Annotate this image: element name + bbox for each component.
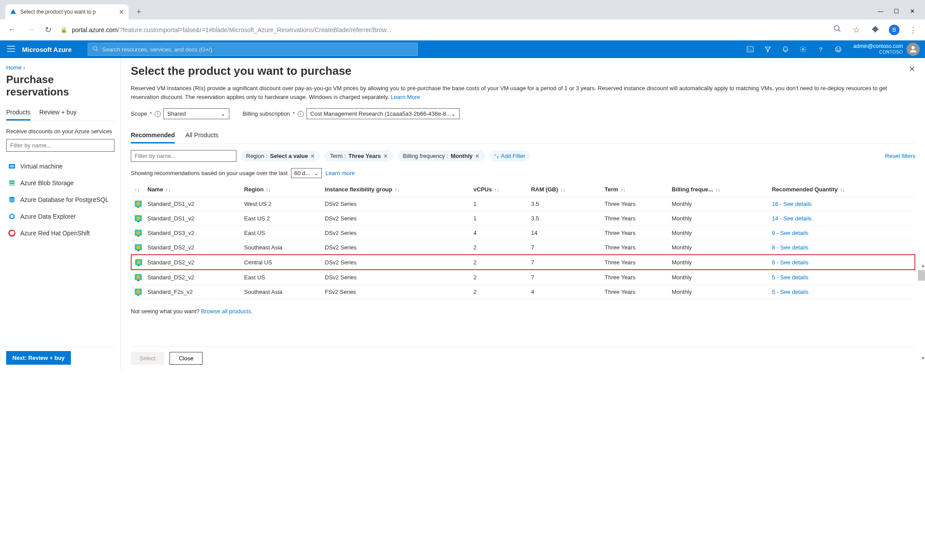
profile-button[interactable]: B bbox=[889, 25, 899, 35]
tab-products[interactable]: Products bbox=[6, 105, 30, 121]
scope-dropdown[interactable]: Shared⌄ bbox=[163, 108, 229, 119]
breadcrumb[interactable]: Home› bbox=[6, 64, 114, 71]
directory-filter-icon[interactable] bbox=[759, 40, 777, 58]
url-bar[interactable]: 🔒 portal.azure.com/?feature.customportal… bbox=[60, 26, 825, 33]
sort-icon[interactable]: ↑↓ bbox=[135, 187, 140, 192]
see-details-link[interactable]: 5 - See details bbox=[772, 289, 808, 295]
see-details-link[interactable]: 6 - See details bbox=[772, 259, 808, 266]
user-menu[interactable]: admin@contoso.com CONTOSO bbox=[847, 43, 923, 56]
page-title: Purchase reservations bbox=[6, 73, 114, 98]
window-minimize-icon[interactable]: — bbox=[877, 8, 884, 14]
cell-ram: 7 bbox=[528, 240, 602, 255]
col-region[interactable]: Region ↑↓ bbox=[242, 183, 322, 197]
learn-more-link[interactable]: Learn More bbox=[391, 94, 420, 100]
window-close-icon[interactable]: ✕ bbox=[909, 8, 915, 14]
help-icon[interactable]: ? bbox=[812, 40, 829, 58]
vm-icon bbox=[134, 243, 142, 251]
sort-icon: ↑↓ bbox=[621, 187, 626, 192]
hamburger-icon[interactable] bbox=[7, 46, 15, 53]
col-ram[interactable]: RAM (GB) ↑↓ bbox=[528, 183, 602, 197]
table-row[interactable]: Standard_DS2_v2 East US DSv2 Series 2 7 … bbox=[131, 270, 915, 285]
menu-icon[interactable]: ⋮ bbox=[907, 23, 919, 37]
col-flex[interactable]: Instance flexibility group ↑↓ bbox=[322, 183, 471, 197]
filter-by-name-input[interactable] bbox=[6, 139, 114, 152]
nav-reload-icon[interactable]: ↻ bbox=[43, 23, 53, 37]
window-maximize-icon[interactable]: ☐ bbox=[893, 8, 899, 14]
cell-region: East US 2 bbox=[242, 211, 322, 226]
extensions-icon[interactable] bbox=[870, 23, 881, 37]
billing-subscription-dropdown[interactable]: Cost Management Research (1caaa5a3-2b66-… bbox=[306, 108, 460, 119]
see-details-link[interactable]: 8 - See details bbox=[772, 244, 808, 251]
see-details-link[interactable]: 9 - See details bbox=[772, 230, 808, 236]
scrollbar-up-icon[interactable]: ▴ bbox=[922, 263, 924, 268]
usage-days-dropdown[interactable]: 60 d...⌄ bbox=[291, 168, 322, 178]
required-icon: * bbox=[150, 110, 152, 117]
service-label: Azure Data Explorer bbox=[20, 213, 76, 220]
reset-filters-link[interactable]: Reset filters bbox=[885, 153, 915, 159]
col-freq[interactable]: Billing freque... ↑↓ bbox=[669, 183, 769, 197]
billing-frequency-filter-pill[interactable]: Billing frequency : Monthly✕ bbox=[398, 150, 485, 161]
service-item[interactable]: Azure Blob Storage bbox=[6, 175, 114, 191]
col-name[interactable]: Name ↑↓ bbox=[145, 183, 242, 197]
service-item[interactable]: Azure Red Hat OpenShift bbox=[6, 225, 114, 242]
feedback-icon[interactable] bbox=[829, 40, 847, 58]
cell-freq: Monthly bbox=[669, 270, 769, 285]
learn-more-link[interactable]: Learn more bbox=[325, 170, 354, 176]
close-button[interactable]: Close bbox=[170, 352, 203, 365]
table-row[interactable]: Standard_DS2_v2 Southeast Asia DSv2 Seri… bbox=[131, 240, 915, 255]
notifications-icon[interactable] bbox=[777, 40, 794, 58]
bookmark-icon[interactable]: ☆ bbox=[851, 23, 862, 37]
col-qty[interactable]: Recommended Quantity ↑↓ bbox=[769, 183, 915, 197]
table-row[interactable]: Standard_DS1_v2 East US 2 DSv2 Series 1 … bbox=[131, 211, 915, 226]
tab-recommended[interactable]: Recommended bbox=[131, 128, 175, 143]
close-icon[interactable]: ✕ bbox=[475, 153, 479, 159]
col-term[interactable]: Term ↑↓ bbox=[602, 183, 669, 197]
table-row[interactable]: Standard_F2s_v2 Southeast Asia FSv2 Seri… bbox=[131, 285, 915, 299]
svg-rect-16 bbox=[9, 180, 15, 182]
cell-vcpus: 2 bbox=[471, 255, 528, 270]
svg-rect-38 bbox=[138, 265, 140, 266]
cell-region: Central US bbox=[242, 255, 322, 270]
region-filter-pill[interactable]: Region : Select a value✕ bbox=[241, 150, 320, 161]
tab-all-products[interactable]: All Products bbox=[185, 128, 218, 143]
service-item[interactable]: Azure Database for PostgreSQL bbox=[6, 191, 114, 208]
col-vcpus[interactable]: vCPUs ↑↓ bbox=[471, 183, 528, 197]
info-icon[interactable]: i bbox=[298, 111, 304, 117]
sort-icon: ↑↓ bbox=[166, 187, 170, 192]
tab-review-buy[interactable]: Review + buy bbox=[39, 105, 76, 121]
table-row[interactable]: Standard_DS1_v2 West US 2 DSv2 Series 1 … bbox=[131, 197, 915, 211]
service-item[interactable]: Azure Data Explorer bbox=[6, 208, 114, 225]
add-filter-button[interactable]: ⁺ᵧAdd Filter bbox=[489, 150, 530, 161]
next-review-buy-button[interactable]: Next: Review + buy bbox=[6, 351, 71, 365]
azure-search[interactable] bbox=[88, 43, 418, 56]
browser-tab[interactable]: Select the product you want to p ✕ bbox=[5, 4, 129, 19]
cell-term: Three Years bbox=[602, 197, 669, 211]
new-tab-button[interactable]: + bbox=[132, 5, 146, 19]
search-icon[interactable] bbox=[832, 23, 843, 37]
nav-back-icon[interactable]: ← bbox=[6, 23, 18, 36]
close-icon[interactable]: ✕ bbox=[310, 153, 315, 159]
see-details-link[interactable]: 16 - See details bbox=[772, 201, 811, 207]
azure-logo[interactable]: Microsoft Azure bbox=[22, 46, 72, 53]
tab-close-icon[interactable]: ✕ bbox=[119, 8, 124, 15]
scrollbar-down-icon[interactable]: ▾ bbox=[922, 355, 924, 360]
chevron-right-icon: › bbox=[23, 64, 25, 71]
term-filter-pill[interactable]: Term : Three Years✕ bbox=[324, 150, 393, 161]
cell-flex: DSv2 Series bbox=[322, 197, 471, 211]
service-item[interactable]: Virtual machine bbox=[6, 158, 114, 175]
info-icon[interactable]: i bbox=[155, 111, 161, 117]
table-row[interactable]: Standard_DS3_v2 East US DSv2 Series 4 14… bbox=[131, 226, 915, 240]
settings-icon[interactable] bbox=[794, 40, 812, 58]
browse-all-products-link[interactable]: Browse all products. bbox=[201, 308, 253, 315]
azure-search-input[interactable] bbox=[102, 46, 413, 53]
service-label: Azure Red Hat OpenShift bbox=[20, 230, 90, 237]
cloud-shell-icon[interactable] bbox=[741, 40, 759, 58]
svg-point-1 bbox=[834, 26, 839, 30]
scrollbar-thumb[interactable] bbox=[918, 270, 925, 281]
product-filter-input[interactable] bbox=[131, 150, 236, 162]
close-icon[interactable]: ✕ bbox=[383, 153, 388, 159]
see-details-link[interactable]: 5 - See details bbox=[772, 274, 808, 281]
table-row[interactable]: Standard_DS2_v2 Central US DSv2 Series 2… bbox=[131, 255, 915, 270]
close-icon[interactable]: ✕ bbox=[909, 64, 915, 74]
see-details-link[interactable]: 14 - See details bbox=[772, 215, 811, 222]
